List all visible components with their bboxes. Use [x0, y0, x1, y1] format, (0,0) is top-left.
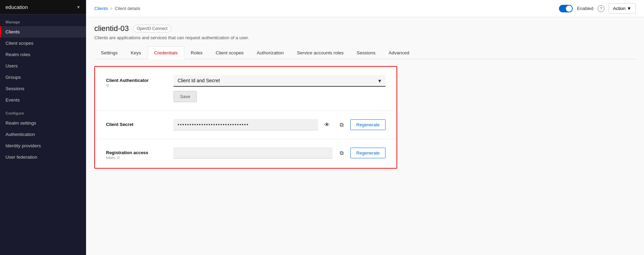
copy-secret-button[interactable]: ⧉ [336, 119, 347, 130]
sidebar-item-authentication[interactable]: Authentication [0, 129, 86, 140]
tab-roles[interactable]: Roles [184, 46, 209, 59]
page-title: clientid-03 [94, 24, 129, 33]
client-secret-row: Client Secret 👁 ⧉ Regenerate [106, 119, 386, 130]
registration-token-help-icon[interactable]: ⊙ [117, 155, 120, 160]
sidebar: education ▼ Manage Clients Client scopes… [0, 0, 86, 255]
registration-token-row: Registration access token ⊙ ⧉ Regenerate [106, 147, 386, 160]
enabled-toggle[interactable] [559, 5, 573, 12]
topbar: Clients > Client details Enabled ? Actio… [86, 0, 644, 17]
realm-selector[interactable]: education ▼ [0, 0, 86, 14]
action-button[interactable]: Action ▼ [609, 3, 636, 13]
main-content: Clients > Client details Enabled ? Actio… [86, 0, 644, 255]
registration-token-label: Registration access token ⊙ [106, 147, 168, 160]
action-button-label: Action [613, 6, 625, 11]
tab-authorization[interactable]: Authorization [250, 46, 291, 59]
sidebar-item-realm-settings[interactable]: Realm settings [0, 117, 86, 129]
page-title-row: clientid-03 OpenID Connect [94, 24, 636, 33]
breadcrumb-parent-link[interactable]: Clients [94, 6, 108, 11]
breadcrumb: Clients > Client details [94, 6, 140, 11]
client-authenticator-section: Client Authenticator ⊙ Client Id and Sec… [95, 67, 397, 111]
copy-token-button[interactable]: ⧉ [336, 148, 347, 159]
registration-token-regenerate-button[interactable]: Regenerate [350, 148, 386, 158]
client-authenticator-row: Client Authenticator ⊙ Client Id and Sec… [106, 75, 386, 102]
breadcrumb-current: Client details [115, 6, 140, 11]
sidebar-item-events[interactable]: Events [0, 94, 86, 106]
tab-sessions[interactable]: Sessions [350, 46, 382, 59]
sidebar-item-clients[interactable]: Clients [0, 26, 86, 38]
tab-advanced[interactable]: Advanced [382, 46, 416, 59]
sidebar-item-users[interactable]: Users [0, 60, 86, 72]
action-chevron-icon: ▼ [627, 6, 631, 11]
help-icon[interactable]: ? [598, 5, 604, 12]
realm-chevron-icon: ▼ [76, 5, 81, 10]
save-button[interactable]: Save [173, 91, 197, 102]
breadcrumb-separator: > [110, 6, 113, 11]
credentials-content-box: Client Authenticator ⊙ Client Id and Sec… [94, 66, 397, 169]
client-secret-section: Client Secret 👁 ⧉ Regenerate [95, 111, 397, 139]
registration-token-input[interactable] [173, 147, 332, 159]
sidebar-item-sessions[interactable]: Sessions [0, 83, 86, 94]
client-secret-label: Client Secret [106, 119, 168, 127]
client-authenticator-label: Client Authenticator ⊙ [106, 75, 168, 87]
tab-credentials[interactable]: Credentials [148, 46, 184, 59]
registration-token-input-row: ⧉ Regenerate [173, 147, 386, 159]
client-authenticator-select[interactable]: Client Id and Secret Signed Jwt X509 Cer… [173, 75, 386, 87]
tab-service-accounts-roles[interactable]: Service accounts roles [290, 46, 350, 59]
sidebar-item-client-scopes[interactable]: Client scopes [0, 38, 86, 49]
enabled-label: Enabled [577, 6, 593, 11]
registration-token-section: Registration access token ⊙ ⧉ Regenerate [95, 139, 397, 168]
tabs: Settings Keys Credentials Roles Client s… [94, 46, 636, 59]
sidebar-configure-section: Configure Realm settings Authentication … [0, 106, 86, 163]
page-content: clientid-03 OpenID Connect Clients are a… [86, 17, 644, 255]
show-secret-button[interactable]: 👁 [321, 119, 332, 130]
client-authenticator-help[interactable]: ⊙ [106, 83, 168, 87]
registration-token-control: ⧉ Regenerate [173, 147, 386, 159]
realm-name: education [6, 4, 28, 10]
client-secret-input-row: 👁 ⧉ Regenerate [173, 119, 386, 130]
sidebar-item-identity-providers[interactable]: Identity providers [0, 140, 86, 151]
manage-section-label: Manage [0, 14, 86, 26]
tab-client-scopes[interactable]: Client scopes [209, 46, 250, 59]
page-subtitle: Clients are applications and services th… [94, 35, 636, 40]
client-secret-input[interactable] [173, 119, 318, 130]
tab-settings[interactable]: Settings [94, 46, 124, 59]
openid-badge: OpenID Connect [133, 25, 171, 32]
configure-section-label: Configure [0, 106, 86, 117]
topbar-actions: Enabled ? Action ▼ [559, 3, 636, 13]
sidebar-item-realm-roles[interactable]: Realm roles [0, 49, 86, 60]
tab-keys[interactable]: Keys [124, 46, 148, 59]
client-secret-regenerate-button[interactable]: Regenerate [350, 119, 386, 130]
client-authenticator-control: Client Id and Secret Signed Jwt X509 Cer… [173, 75, 386, 102]
client-authenticator-select-wrapper: Client Id and Secret Signed Jwt X509 Cer… [173, 75, 386, 87]
client-secret-control: 👁 ⧉ Regenerate [173, 119, 386, 130]
sidebar-item-groups[interactable]: Groups [0, 72, 86, 83]
sidebar-manage-section: Manage Clients Client scopes Realm roles… [0, 14, 86, 106]
sidebar-item-user-federation[interactable]: User federation [0, 151, 86, 163]
